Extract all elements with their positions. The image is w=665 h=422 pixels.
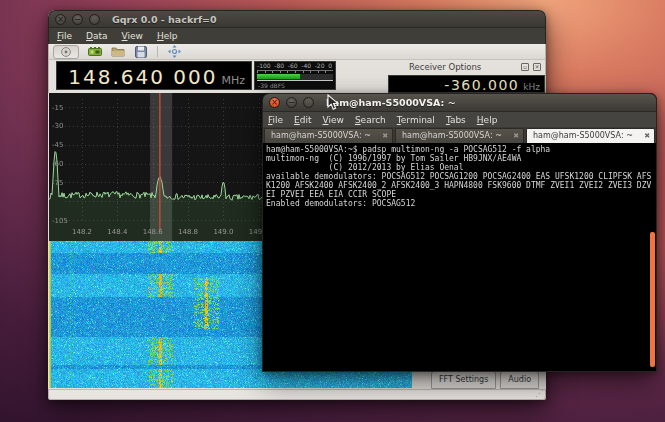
offset-unit: kHz [523,82,540,92]
terminal-line: available demodulators: POCSAG512 POCSAG… [263,172,656,181]
meter-tick: 0 [328,63,332,69]
meter-scale: -100 -80 -60 -40 -20 0 [255,62,335,69]
move-crosshair-icon [168,45,181,58]
menu-help[interactable]: Help [477,113,498,127]
terminal-line: ham@ham-S5000VSA:~$ padsp multimon-ng -a… [263,143,656,154]
mouse-cursor [327,94,339,111]
frequency-value[interactable]: 148.640 000 [68,65,217,89]
terminal-menubar: File Edit View Search Terminal Tabs Help [262,112,657,127]
io-devices-button[interactable] [88,46,102,58]
tab-label: ham@ham-S5000VSA: ~ [402,131,502,140]
menu-edit[interactable]: Edit [294,113,311,127]
tab-close-icon[interactable]: ✖ [513,129,519,143]
open-settings-button[interactable] [111,46,125,58]
terminal-line: EI PZVEI EEA EIA CCIR SCOPE [263,190,656,199]
tab-close-icon[interactable]: ✖ [644,129,650,143]
menu-file[interactable]: File [57,29,72,43]
menu-search[interactable]: Search [355,113,386,127]
meter-tick: -20 [315,63,325,69]
power-icon [60,46,72,58]
meter-tick: -40 [301,63,311,69]
terminal-window-title: ham@ham-S5000VSA: ~ [326,97,456,108]
close-icon[interactable]: × [269,97,280,108]
maximize-icon[interactable]: ◦ [303,97,314,108]
maximize-icon[interactable]: ◦ [89,14,100,25]
start-dsp-button[interactable] [53,45,79,59]
menu-terminal[interactable]: Terminal [397,113,435,127]
floppy-save-icon [135,46,147,58]
tab-label: ham@ham-S5000VSA: ~ [533,131,633,140]
signal-strength-meter: -100 -80 -60 -40 -20 0 -39 dBFS [254,61,336,90]
dock-float-icon[interactable]: ▫ [521,63,529,71]
meter-ruler [257,70,333,73]
minimize-icon[interactable]: − [286,97,297,108]
terminal-scrollbar[interactable] [650,232,655,367]
terminal-window: × − ◦ ham@ham-S5000VSA: ~ File Edit View… [262,93,657,372]
terminal-output[interactable]: ham@ham-S5000VSA:~$ padsp multimon-ng -a… [262,143,657,372]
menu-view[interactable]: View [323,113,344,127]
terminal-titlebar[interactable]: × − ◦ ham@ham-S5000VSA: ~ [262,93,657,112]
menu-view[interactable]: View [122,29,143,43]
terminal-line: K1200 AFSK2400 AFSK2400_2 AFSK2400_3 HAP… [263,181,656,190]
toolbar-separator [157,46,158,57]
meter-tick: -60 [288,63,298,69]
terminal-line: (C) 2012/2013 by Elias Oenal [263,163,656,172]
tab-audio[interactable]: Audio [500,371,539,389]
gqrx-toolbar [48,44,546,60]
meter-tick: -100 [257,63,271,69]
meter-track [257,74,333,81]
close-icon[interactable]: × [55,14,66,25]
tab-close-icon[interactable]: ✖ [382,129,388,143]
meter-tick: -80 [274,63,284,69]
gqrx-frequency-row: 148.640 000 MHz -100 -80 -60 -40 -20 0 -… [48,60,546,93]
filter-offset-display[interactable]: -360.000 kHz [388,75,545,93]
receiver-options-title: Receiver Options [409,62,481,72]
save-settings-button[interactable] [134,46,148,58]
minimize-icon[interactable]: − [72,14,83,25]
gqrx-statusbar: ⋰ [48,389,546,400]
resize-grip[interactable]: ⋰ [535,389,543,399]
menu-tabs[interactable]: Tabs [446,113,466,127]
menu-help[interactable]: Help [157,29,178,43]
terminal-tabbar: ham@ham-S5000VSA: ~ ✖ ham@ham-S5000VSA: … [262,127,657,143]
tab-label: ham@ham-S5000VSA: ~ [271,131,371,140]
circuit-board-icon [88,47,102,57]
terminal-line: multimon-ng (C) 1996/1997 by Tom Sailer … [263,154,656,163]
desktop-background: × − ◦ Gqrx 0.0 - hackrf=0 File Data View… [0,0,665,422]
meter-readout: -39 dBFS [255,81,335,89]
gqrx-dock-tabs: FFT Settings Audio [431,371,539,389]
retune-button[interactable] [167,46,181,58]
gqrx-menubar: File Data View Help [48,28,546,44]
gqrx-window-title: Gqrx 0.0 - hackrf=0 [112,14,217,25]
dock-close-icon[interactable]: ✕ [533,63,541,71]
tab-fft-settings[interactable]: FFT Settings [431,371,496,389]
terminal-tab-3-active[interactable]: ham@ham-S5000VSA: ~ ✖ [526,128,655,143]
terminal-tab-1[interactable]: ham@ham-S5000VSA: ~ ✖ [264,128,393,143]
frequency-unit: MHz [221,74,245,87]
terminal-tab-2[interactable]: ham@ham-S5000VSA: ~ ✖ [395,128,524,143]
gqrx-titlebar[interactable]: × − ◦ Gqrx 0.0 - hackrf=0 [48,10,546,28]
folder-icon [111,46,125,57]
offset-value[interactable]: -360.000 [444,77,519,93]
terminal-line: Enabled demodulators: POCSAG512 [263,199,656,208]
menu-data[interactable]: Data [86,29,108,43]
menu-file[interactable]: File [268,113,283,127]
frequency-display[interactable]: 148.640 000 MHz [56,61,252,90]
receiver-options-dock-header: Receiver Options ▫ ✕ [349,60,545,74]
meter-level-bar [257,74,300,79]
